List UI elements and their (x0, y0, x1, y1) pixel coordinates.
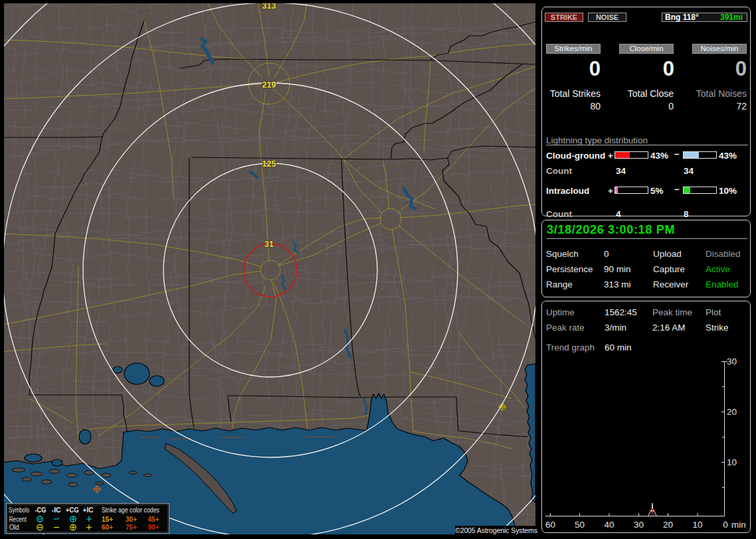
svg-text:30+: 30+ (126, 516, 137, 523)
svg-text:90+: 90+ (148, 524, 159, 531)
svg-text:30: 30 (634, 520, 644, 530)
svg-text:+IC: +IC (83, 506, 94, 514)
svg-text:313: 313 (262, 3, 276, 11)
svg-text:60+: 60+ (102, 524, 113, 531)
svg-text:Symbols: Symbols (9, 506, 29, 514)
svg-text:40: 40 (604, 520, 614, 530)
svg-text:Old: Old (9, 524, 19, 531)
svg-text:0: 0 (723, 520, 728, 530)
svg-text:+CG: +CG (66, 506, 79, 514)
svg-text:75+: 75+ (126, 524, 137, 531)
svg-text:20: 20 (727, 407, 737, 417)
svg-text:15+: 15+ (102, 516, 113, 523)
svg-text:Strike age color codes: Strike age color codes (102, 506, 159, 514)
svg-text:10: 10 (727, 457, 737, 467)
svg-text:-IC: -IC (52, 506, 61, 514)
svg-text:50: 50 (575, 520, 585, 530)
svg-text:-CG: -CG (35, 506, 47, 514)
svg-text:60: 60 (545, 520, 555, 530)
svg-text:45+: 45+ (148, 516, 159, 523)
svg-text:20: 20 (663, 520, 673, 530)
svg-text:Recent: Recent (9, 516, 27, 523)
svg-text:219: 219 (262, 80, 276, 90)
svg-text:31: 31 (264, 240, 274, 249)
svg-text:30: 30 (727, 356, 737, 366)
svg-text:10: 10 (692, 520, 702, 530)
svg-text:125: 125 (262, 159, 276, 169)
svg-text:min: min (731, 520, 746, 530)
